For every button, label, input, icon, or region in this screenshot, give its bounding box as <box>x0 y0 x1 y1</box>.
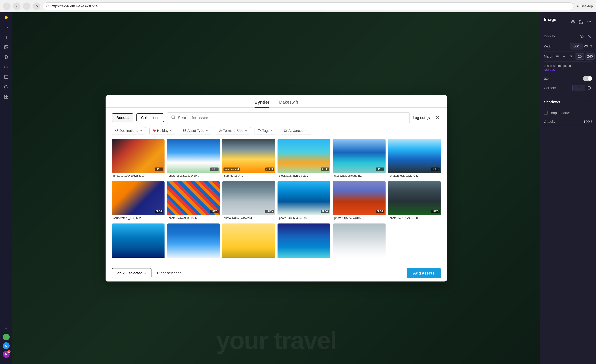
search-input[interactable] <box>178 115 406 120</box>
badge-12: JPEG <box>431 210 440 213</box>
drop-shadow-label: Drop shadow <box>550 111 570 115</box>
image-card-10[interactable]: JPEG photo-1439694357897... <box>277 181 330 221</box>
image-card-6[interactable]: JPEG shutterstock_1720798... <box>388 139 441 179</box>
image-card-16[interactable] <box>277 224 330 260</box>
filter-advanced-btn[interactable]: Advanced <box>281 127 311 134</box>
margin-right-btn[interactable] <box>568 53 574 59</box>
more-options-btn[interactable]: ••• <box>586 19 592 25</box>
panel-title: Image <box>544 17 556 22</box>
tab-bynder[interactable]: Bynder <box>254 100 269 108</box>
forward-btn[interactable]: › <box>23 2 30 10</box>
width-input[interactable]: 600 <box>570 43 582 50</box>
margin-label: Margin <box>544 54 554 58</box>
sidebar-toggle-btn[interactable]: ‹‹ <box>3 2 11 10</box>
filter-terms-btn[interactable]: Terms of Use <box>216 127 251 134</box>
svg-rect-24 <box>183 130 184 131</box>
image-card-14[interactable] <box>167 224 220 260</box>
image-card-9[interactable]: JPEG photo-1445264157214... <box>222 181 275 221</box>
logout-btn[interactable]: Log out <box>413 116 431 120</box>
svg-rect-3 <box>5 95 6 96</box>
tab-makeswift[interactable]: Makeswift <box>279 100 298 108</box>
eye-toggle-btn[interactable] <box>570 19 576 25</box>
image-card-13[interactable] <box>112 224 164 260</box>
image-name-3: Summer16.JPG <box>222 173 275 179</box>
back-btn[interactable]: ‹ <box>13 2 21 10</box>
svg-point-1 <box>5 46 6 47</box>
replace-btn[interactable]: replace <box>544 68 555 72</box>
margin-center-btn[interactable] <box>561 53 567 59</box>
badge-1: JPEG <box>155 167 163 171</box>
image-card-17[interactable] <box>333 224 386 260</box>
hand-tool-btn[interactable]: ✋ <box>2 13 11 22</box>
frame-tool-btn[interactable]: ▭ <box>2 23 11 32</box>
gallery-tool-btn[interactable] <box>2 92 11 101</box>
shadow-remove-btn[interactable]: − <box>586 110 592 116</box>
refresh-btn[interactable]: ↻ <box>33 2 40 10</box>
svg-rect-27 <box>185 131 186 132</box>
image-card-11[interactable]: JPEG photo-1437240443155... <box>333 181 386 221</box>
add-tool-btn[interactable]: + <box>2 324 11 333</box>
image-card-2[interactable]: JPEG photo-1508519829430... <box>167 139 220 179</box>
collections-tab-btn[interactable]: Collections <box>136 113 164 122</box>
tab-toggle[interactable] <box>583 76 592 81</box>
assets-tab-btn[interactable]: Assets <box>112 113 133 122</box>
image-name-9: photo-1445264157214... <box>222 215 275 221</box>
tab-label: tab <box>544 76 549 80</box>
user-avatar-blue[interactable]: C <box>3 342 10 349</box>
add-assets-btn[interactable]: Add assets <box>407 268 441 278</box>
paint-tool-btn[interactable] <box>2 53 11 61</box>
corners-label: Corners <box>544 86 556 90</box>
display-slash-btn[interactable] <box>586 33 592 39</box>
corners-icon-btn[interactable] <box>586 85 592 91</box>
add-shadow-btn[interactable]: + <box>586 98 592 104</box>
modal-body: Assets Collections Log out <box>105 108 447 265</box>
image-card-1[interactable]: JPEG photo-1419041082630... <box>112 139 164 179</box>
badge-5: JPEG <box>376 167 384 171</box>
shape-tool-btn[interactable] <box>2 73 11 81</box>
image-name-13 <box>112 258 164 260</box>
margin-value-input[interactable] <box>575 53 584 59</box>
width-unit: PX <box>584 44 588 48</box>
image-card-7[interactable]: JPEG shutterstock_1609682... <box>112 181 164 221</box>
svg-point-28 <box>220 130 221 131</box>
image-card-8[interactable]: JPEG photo-1444795361566... <box>167 181 220 221</box>
user-avatar-purple[interactable]: M 12 <box>3 351 10 358</box>
text-tool-btn[interactable]: T <box>2 33 11 42</box>
corners-input[interactable]: 2 <box>572 85 585 91</box>
margin-value-2-input[interactable] <box>585 53 595 59</box>
image-card-4[interactable]: JPEG stockvault-myrtle-bea... <box>277 139 330 179</box>
shadow-minus-btn[interactable]: − <box>578 110 584 116</box>
clear-selection-btn[interactable]: Clear selection <box>157 271 182 275</box>
image-tool-btn[interactable] <box>2 43 11 51</box>
badge-11: JPEG <box>376 210 384 213</box>
display-label: Display <box>544 34 555 38</box>
more-tools-btn[interactable]: ••• <box>2 63 11 71</box>
image-card-15[interactable] <box>222 224 275 260</box>
badge-2: JPEG <box>210 167 218 171</box>
filter-row: Destinations Holiday Asset Type <box>112 127 441 134</box>
edit-toggle-btn[interactable] <box>578 19 584 25</box>
user-avatar-green[interactable] <box>3 334 10 340</box>
box-tool-btn[interactable] <box>2 82 11 91</box>
filter-tags-btn[interactable]: Tags <box>254 127 277 134</box>
display-eye-btn[interactable] <box>579 33 585 39</box>
drop-shadow-checkbox[interactable] <box>544 111 548 115</box>
lang-indicator: en <box>46 4 50 8</box>
badge-8: JPEG <box>210 210 218 213</box>
svg-point-19 <box>172 116 175 118</box>
svg-point-7 <box>573 22 574 22</box>
modal-close-btn[interactable]: ✕ <box>434 114 441 121</box>
filter-destinations-btn[interactable]: Destinations <box>112 127 146 134</box>
filter-asset-type-btn[interactable]: Asset Type <box>180 127 212 134</box>
image-card-12[interactable]: JPEG photo-1431817986760... <box>388 181 441 221</box>
image-card-3[interactable]: watermarked JPEG Summer16.JPG <box>222 139 275 179</box>
svg-rect-2 <box>5 75 8 79</box>
filename-text: this-is-an-image.jpg <box>544 64 571 67</box>
image-card-5[interactable]: JPEG stockvault-chicago-riv... <box>333 139 386 179</box>
image-name-7: shutterstock_1609682... <box>112 215 164 221</box>
image-name-11: photo-1437240443155... <box>333 215 386 221</box>
nav-search-row: Assets Collections Log out <box>112 112 441 123</box>
view-selected-btn[interactable]: View 3 selected <box>112 268 151 278</box>
filter-holiday-btn[interactable]: Holiday <box>149 127 176 134</box>
margin-align-btn[interactable] <box>554 53 560 59</box>
